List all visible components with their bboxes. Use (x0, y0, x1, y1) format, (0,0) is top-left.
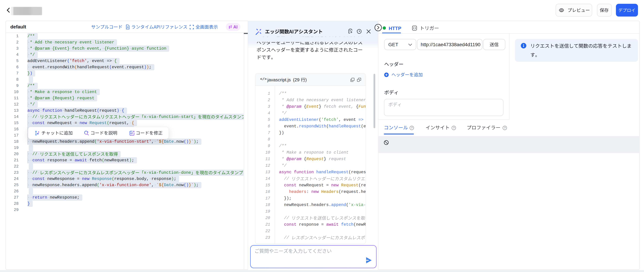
svg-text:?: ? (411, 126, 412, 130)
svg-text:?: ? (504, 126, 506, 130)
svg-text:?: ? (453, 126, 454, 130)
